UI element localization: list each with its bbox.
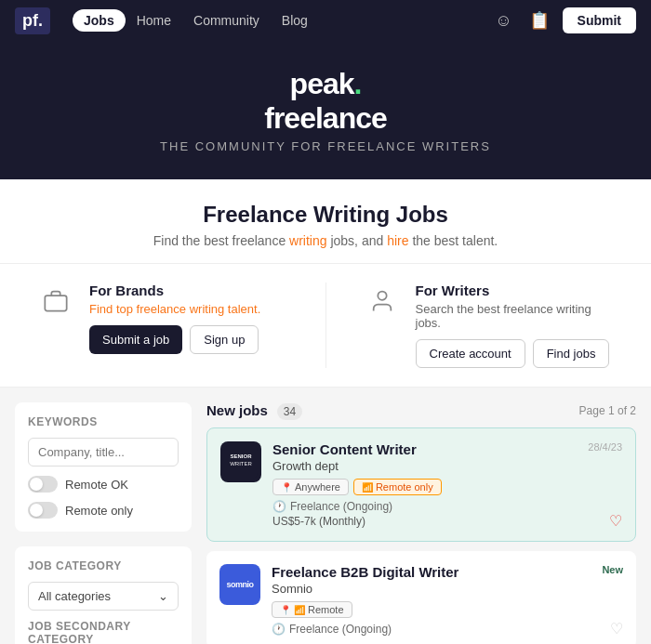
job-secondary-label: Job Secondary Category [28, 620, 179, 644]
remote-ok-toggle[interactable] [28, 476, 58, 493]
job-info-2: Freelance B2B Digital Writer Somnio 📍 📶 … [272, 564, 623, 636]
jobs-count-badge: 34 [277, 403, 302, 420]
navbar: pf. Jobs Home Community Blog ☺ 📋 Submit [0, 0, 651, 41]
heart-button-1[interactable]: ♡ [609, 512, 622, 530]
remote-ok-row: Remote OK [28, 476, 179, 493]
writers-subtitle: Search the best freelance writing jobs. [416, 302, 615, 330]
submit-button[interactable]: Submit [563, 7, 636, 33]
jobs-header: New jobs 34 Page 1 of 2 [206, 402, 636, 418]
brands-title: For Brands [89, 283, 260, 298]
svg-text:SENIOR: SENIOR [230, 453, 252, 459]
job-new-badge-2: New [602, 564, 623, 575]
job-tags-1: 📍 Anywhere 📶 Remote only [272, 479, 622, 495]
job-company-2: Somnio [272, 582, 623, 596]
brands-buttons: Submit a job Sign up [89, 325, 260, 354]
submit-job-button[interactable]: Submit a job [89, 325, 182, 354]
page-title-section: Freelance Writing Jobs Find the best fre… [0, 179, 651, 264]
job-category-label: Job Category [28, 559, 179, 572]
job-company-1: Growth dept [272, 459, 622, 473]
sidebar: Keywords Remote OK Remote only Job Categ… [15, 402, 192, 644]
remote-ok-label: Remote OK [65, 478, 128, 492]
user-icon-button[interactable]: ☺ [491, 7, 515, 34]
page-subtitle: Find the best freelance writing jobs, an… [37, 233, 614, 248]
job-salary-1: US$5-7k (Monthly) [272, 515, 622, 528]
svg-rect-0 [45, 296, 66, 310]
job-logo-2: somnio [219, 564, 260, 605]
nav-right: ☺ 📋 Submit [491, 7, 636, 34]
brands-text: For Brands Find top freelance writing ta… [89, 283, 260, 354]
heart-button-2[interactable]: ♡ [610, 620, 623, 637]
remote-only-row: Remote only [28, 502, 179, 519]
writers-card: For Writers Search the best freelance wr… [364, 283, 615, 368]
nav-links: Jobs Home Community Blog [73, 9, 476, 32]
brands-icon [37, 283, 74, 320]
hero-tagline: THE COMMUNITY FOR FREELANCE WRITERS [160, 139, 491, 153]
hero-logo: peak. freelance THE COMMUNITY FOR FREELA… [160, 67, 491, 153]
main-content: Keywords Remote OK Remote only Job Categ… [0, 388, 651, 644]
job-type-2: 🕐 Freelance (Ongoing) [272, 623, 623, 636]
page-title: Freelance Writing Jobs [37, 202, 614, 228]
job-info-1: Senior Content Writer Growth dept 📍 Anyw… [272, 441, 622, 528]
writers-icon [364, 283, 401, 320]
job-type-1: 🕐 Freelance (Ongoing) [272, 500, 622, 513]
job-logo-1: SENIOR WRITER [220, 441, 261, 482]
keywords-label: Keywords [28, 415, 179, 428]
job-tags-2: 📍 📶 Remote [272, 601, 623, 618]
jobs-section: New jobs 34 Page 1 of 2 SENIOR WRITER Se… [206, 402, 636, 644]
sign-up-button[interactable]: Sign up [190, 325, 259, 354]
page-info: Page 1 of 2 [579, 404, 636, 417]
writers-text: For Writers Search the best freelance wr… [416, 283, 615, 368]
jobs-title-row: New jobs 34 [206, 402, 302, 418]
keywords-input[interactable] [28, 438, 179, 467]
brands-subtitle: Find top freelance writing talent. [89, 302, 260, 316]
card-divider [326, 283, 326, 368]
create-account-button[interactable]: Create account [416, 339, 525, 368]
job-title-2: Freelance B2B Digital Writer [272, 564, 623, 580]
briefcase-icon-button[interactable]: 📋 [525, 7, 553, 34]
job-date-1: 28/4/23 [588, 441, 622, 453]
sidebar-category-section: Job Category All categories ⌄ Job Second… [15, 546, 192, 644]
site-logo: pf. [15, 7, 50, 34]
svg-text:WRITER: WRITER [230, 461, 252, 467]
job-tag-remote-2: 📍 📶 Remote [272, 601, 352, 618]
nav-link-blog[interactable]: Blog [271, 9, 319, 32]
find-jobs-button[interactable]: Find jobs [533, 339, 610, 368]
remote-only-toggle[interactable] [28, 502, 58, 519]
brands-card: For Brands Find top freelance writing ta… [37, 283, 288, 368]
nav-link-home[interactable]: Home [126, 9, 182, 32]
nav-link-community[interactable]: Community [182, 9, 271, 32]
hero-banner: peak. freelance THE COMMUNITY FOR FREELA… [0, 41, 651, 179]
writers-buttons: Create account Find jobs [416, 339, 615, 368]
nav-link-jobs[interactable]: Jobs [73, 9, 126, 32]
job-tag-location: 📍 Anywhere [272, 479, 349, 495]
remote-only-label: Remote only [65, 504, 133, 518]
jobs-heading: New jobs [206, 402, 268, 418]
job-card-1[interactable]: SENIOR WRITER Senior Content Writer Grow… [206, 427, 636, 542]
hero-logo-name: peak. freelance [160, 67, 491, 136]
svg-point-1 [378, 292, 386, 300]
cards-row: For Brands Find top freelance writing ta… [0, 264, 651, 388]
job-category-select[interactable]: All categories ⌄ [28, 582, 179, 611]
job-title-1: Senior Content Writer [272, 441, 622, 457]
job-card-2[interactable]: somnio Freelance B2B Digital Writer Somn… [206, 551, 636, 644]
writers-title: For Writers [416, 283, 615, 298]
job-tag-remote-only: 📶 Remote only [353, 479, 442, 495]
sidebar-keywords-section: Keywords Remote OK Remote only [15, 402, 192, 532]
